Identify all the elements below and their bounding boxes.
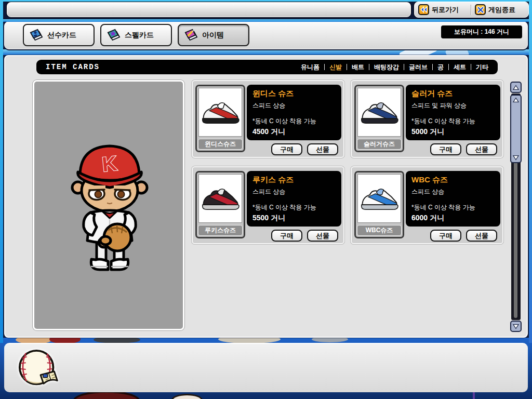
item-effect: 스피드 상승 [411, 188, 495, 196]
arrow-up-icon [512, 84, 520, 91]
item-requirement: *동네 C 이상 착용 가능 [411, 203, 495, 212]
window-controls: 뒤로가기 게임종료 [414, 2, 529, 18]
category-tabs: 유니폼 신발 배트 배팅장갑 글러브 공 세트 기타 [301, 63, 488, 72]
buy-button[interactable]: 구매 [271, 143, 302, 155]
character-preview-panel: K [33, 80, 184, 330]
category-separator [448, 64, 449, 70]
item-effect: 스피드 상승 [252, 101, 336, 110]
item-info-panel: 루키스 슈즈 스피드 상승 *동네 C 이상 착용 가능 5500 거니 [247, 171, 341, 227]
item-caption: 윈디스슈즈 [198, 139, 243, 150]
item-price: 5000 거니 [411, 127, 495, 137]
category-separator [369, 64, 369, 70]
blue-band [0, 49, 532, 55]
shoe-image [201, 99, 240, 125]
player-card-book-icon [29, 28, 43, 42]
item-requirement: *동네 C 이상 착용 가능 [252, 203, 336, 212]
item-thumbnail-frame: 슬러거슈즈 [354, 85, 404, 152]
item-thumbnail-frame: 윈디스슈즈 [195, 85, 245, 152]
shop-title: ITEM CARDS [46, 63, 100, 71]
gift-button[interactable]: 선물 [466, 143, 497, 155]
category-separator [432, 64, 433, 70]
item-card: 루키스슈즈 루키스 슈즈 스피드 상승 *동네 C 이상 착용 가능 5500 … [192, 166, 344, 244]
back-arrows-icon [418, 4, 429, 15]
item-title: 루키스 슈즈 [252, 175, 336, 185]
baseball-book-icon[interactable] [15, 347, 66, 393]
category-ball[interactable]: 공 [437, 63, 444, 72]
item-card: 윈디스슈즈 윈디스 슈즈 스피드 상승 *동네 C 이상 착용 가능 4500 … [192, 80, 344, 158]
item-effect: 스피드 상승 [252, 188, 336, 196]
item-price: 4500 거니 [252, 127, 336, 137]
scrollbar [510, 82, 522, 332]
character-avatar: K [65, 138, 154, 288]
tab-items-label: 아이템 [202, 31, 224, 40]
artwork-blob [171, 394, 203, 399]
item-info-panel: WBC 슈즈 스피드 상승 *동네 C 이상 착용 가능 6000 거니 [406, 171, 500, 227]
category-separator [324, 64, 325, 70]
bottom-panel [4, 343, 528, 392]
item-title: 슬러거 슈즈 [411, 89, 495, 99]
shop-header-bar: ITEM CARDS 유니폼 신발 배트 배팅장갑 글러브 공 세트 기타 [36, 60, 498, 74]
shoe-image [201, 185, 240, 211]
item-shop-panel: ITEM CARDS 유니폼 신발 배트 배팅장갑 글러브 공 세트 기타 [4, 55, 528, 338]
item-title: 윈디스 슈즈 [252, 89, 336, 99]
scroll-down-button[interactable] [510, 321, 522, 332]
shoe-image [360, 99, 399, 125]
item-caption: 루키스슈즈 [198, 225, 243, 236]
category-separator [347, 64, 347, 70]
item-card: WBC슈즈 WBC 슈즈 스피드 상승 *동네 C 이상 착용 가능 6000 … [351, 166, 503, 244]
gift-button[interactable]: 선물 [466, 230, 497, 242]
category-batting-gloves[interactable]: 배팅장갑 [374, 63, 399, 72]
item-caption: WBC슈즈 [357, 225, 402, 236]
category-glove[interactable]: 글러브 [409, 63, 428, 72]
item-thumbnail [357, 174, 401, 223]
buy-button[interactable]: 구매 [430, 230, 461, 242]
gift-button[interactable]: 선물 [307, 143, 338, 155]
tab-player-cards-label: 선수카드 [47, 31, 76, 40]
scrollbar-thumb[interactable] [510, 95, 522, 163]
gift-button[interactable]: 선물 [307, 230, 338, 242]
screen-edge [529, 0, 532, 343]
item-info-panel: 슬러거 슈즈 스피드 및 파워 상승 *동네 C 이상 착용 가능 5000 거… [406, 85, 500, 140]
item-caption: 슬러거슈즈 [357, 139, 402, 150]
back-button-label: 뒤로가기 [432, 5, 459, 15]
item-thumbnail-frame: WBC슈즈 [354, 171, 404, 238]
artwork-blob [312, 338, 348, 342]
shoe-image [360, 185, 399, 211]
item-thumbnail-frame: 루키스슈즈 [195, 171, 245, 238]
title-bar-inset [7, 2, 411, 17]
category-set[interactable]: 세트 [454, 63, 466, 72]
scroll-up-button[interactable] [510, 82, 522, 93]
tab-spell-cards[interactable]: 스펠카드 [100, 24, 172, 46]
item-requirement: *동네 C 이상 착용 가능 [252, 117, 336, 126]
blue-divider-strip [0, 19, 532, 22]
decorative-streak [399, 49, 438, 55]
card-type-tab-bar: 선수카드 스펠카드 아이템 보유머니 : 146 거니 [4, 21, 528, 49]
item-requirement: *동네 C 이상 착용 가능 [411, 117, 495, 126]
back-button[interactable]: 뒤로가기 [418, 4, 468, 15]
item-effect: 스피드 및 파워 상승 [411, 101, 495, 110]
tab-items[interactable]: 아이템 [178, 24, 249, 46]
item-thumbnail [198, 88, 242, 137]
buy-button[interactable]: 구매 [271, 230, 302, 242]
category-shoes[interactable]: 신발 [329, 63, 342, 72]
artwork-line [473, 392, 475, 399]
category-etc[interactable]: 기타 [476, 63, 488, 72]
buy-button[interactable]: 구매 [430, 143, 461, 155]
item-title: WBC 슈즈 [411, 175, 495, 185]
item-thumbnail [357, 88, 401, 137]
arrow-down-icon [512, 323, 520, 330]
category-separator [404, 64, 404, 70]
tab-player-cards[interactable]: 선수카드 [23, 24, 95, 46]
screen-edge [0, 0, 3, 343]
category-separator [471, 64, 471, 70]
close-x-icon [475, 4, 486, 15]
title-bar: 뒤로가기 게임종료 [0, 0, 532, 19]
category-uniform[interactable]: 유니폼 [301, 63, 320, 72]
exit-game-button[interactable]: 게임종료 [475, 4, 525, 15]
item-price: 5500 거니 [252, 214, 336, 223]
cap-letter: K [101, 152, 118, 176]
item-card: 슬러거슈즈 슬러거 슈즈 스피드 및 파워 상승 *동네 C 이상 착용 가능 … [351, 80, 503, 158]
category-bat[interactable]: 배트 [352, 63, 364, 72]
money-display: 보유머니 : 146 거니 [441, 25, 522, 38]
decorative-streak [445, 49, 469, 55]
